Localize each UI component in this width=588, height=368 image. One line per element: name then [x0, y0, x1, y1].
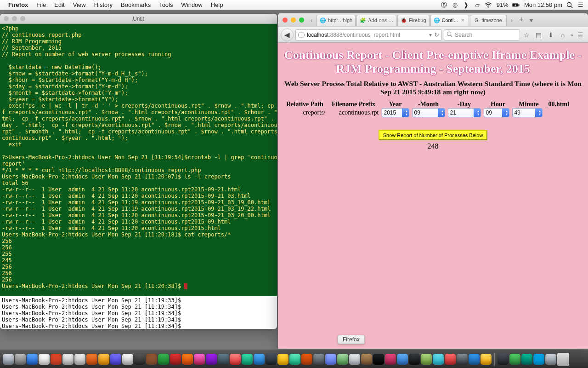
dock-app[interactable] — [3, 354, 14, 365]
tab-scroll-left-icon[interactable]: ‹ — [307, 17, 316, 24]
bookmark-star-icon[interactable]: ☆ — [522, 31, 532, 39]
dock-app[interactable] — [349, 354, 360, 365]
wifi-icon[interactable] — [485, 1, 492, 9]
dock-app[interactable] — [421, 354, 432, 365]
trash-icon[interactable] — [557, 353, 569, 366]
dock-app[interactable] — [194, 354, 205, 365]
dock-app[interactable] — [361, 354, 372, 365]
dock-app[interactable] — [182, 354, 193, 365]
site-identity-icon[interactable] — [298, 32, 305, 38]
dock-app[interactable] — [218, 354, 229, 365]
dock-app[interactable] — [445, 354, 456, 365]
menu-view[interactable]: View — [73, 1, 86, 8]
browser-tab[interactable]: 🌐Conti…× — [430, 15, 469, 26]
dock-app[interactable] — [509, 354, 520, 365]
home-icon[interactable]: ⌂ — [558, 31, 568, 39]
dock-app[interactable] — [409, 354, 420, 365]
terminal-session-bottom[interactable]: Users-MacBook-Pro-2:htdocs User Mon Sep … — [0, 296, 277, 329]
select-hour[interactable]: 09▴▾ — [484, 108, 509, 117]
dock-app[interactable] — [122, 354, 133, 365]
search-engine-icon[interactable] — [447, 31, 452, 39]
dock-app[interactable] — [158, 354, 169, 365]
minimize-button[interactable] — [291, 17, 296, 23]
search-bar[interactable]: Search — [444, 29, 520, 40]
dock-app[interactable] — [289, 354, 300, 365]
battery-percent[interactable]: 91% — [497, 1, 509, 8]
dock-app[interactable] — [469, 354, 480, 365]
dock-app[interactable] — [74, 354, 85, 365]
dock-app[interactable] — [337, 354, 348, 365]
dock-app[interactable] — [146, 354, 157, 365]
select-month[interactable]: 09▴▾ — [412, 108, 445, 117]
dock-app[interactable] — [533, 354, 544, 365]
terminal-titlebar[interactable]: Untit — [0, 14, 277, 24]
dock-app[interactable] — [230, 354, 241, 365]
downloads-icon[interactable]: ⬇ — [546, 31, 556, 39]
dock-app[interactable] — [481, 354, 492, 365]
airplay-icon[interactable]: ▱ — [474, 1, 481, 9]
menubar-app-name[interactable]: Firefox — [8, 1, 28, 8]
new-tab-button[interactable]: + — [516, 15, 526, 25]
dock-app[interactable] — [325, 354, 336, 365]
select-day[interactable]: 21▴▾ — [448, 108, 481, 117]
dock-app[interactable] — [170, 354, 181, 365]
menu-window[interactable]: Window — [181, 1, 203, 8]
select-year[interactable]: 2015▴▾ — [382, 108, 409, 117]
tab-close-icon[interactable]: × — [459, 17, 466, 23]
browser-tab[interactable]: Gtimezone. — [470, 15, 507, 26]
menubar-clock[interactable]: Mon 12:50 pm — [524, 1, 562, 8]
reload-icon[interactable]: ↻ — [434, 31, 439, 38]
menu-help[interactable]: Help — [211, 1, 223, 8]
dock-app[interactable] — [373, 354, 384, 365]
menu-file[interactable]: File — [36, 1, 46, 8]
dock-app[interactable] — [15, 354, 26, 365]
terminal-session-top[interactable]: <?php // continuous_report.php // RJM Pr… — [0, 24, 277, 296]
dock-app[interactable] — [254, 354, 265, 365]
show-report-button[interactable]: Show Report of Number of Processes Below — [379, 130, 488, 140]
reader-mode-icon[interactable]: ▤ — [534, 31, 544, 39]
browser-tab[interactable]: 🧩Add-ons … — [356, 15, 396, 26]
dock-app[interactable] — [433, 354, 444, 365]
zoom-button[interactable] — [299, 17, 304, 23]
back-button[interactable]: ◀ — [281, 29, 294, 41]
status-icon[interactable]: Ⓑ — [441, 1, 448, 9]
dock-app[interactable] — [385, 354, 396, 365]
status-icon[interactable]: ❱ — [463, 1, 470, 9]
url-bar[interactable]: localhost :8888/continuous_report.html ▾… — [295, 29, 442, 40]
browser-tab[interactable]: 🐞Firebug — [397, 15, 429, 26]
dock-app[interactable] — [206, 354, 217, 365]
all-tabs-icon[interactable]: ▾ — [526, 17, 537, 24]
dock-app[interactable] — [98, 354, 109, 365]
dock-app[interactable] — [313, 354, 324, 365]
dock-app[interactable] — [86, 354, 97, 365]
dock-app[interactable] — [545, 354, 556, 365]
dock-app[interactable] — [498, 354, 509, 365]
menu-history[interactable]: History — [94, 1, 113, 8]
browser-tab[interactable]: 🌐http:…high — [317, 15, 356, 26]
dock-app[interactable] — [277, 354, 288, 365]
dock-app[interactable] — [457, 354, 468, 365]
tab-scroll-right-icon[interactable]: › — [507, 17, 516, 24]
hamburger-menu-icon[interactable]: ☰ — [575, 31, 585, 39]
dock-app[interactable] — [39, 354, 50, 365]
dock-app[interactable] — [110, 354, 121, 365]
notification-center-icon[interactable]: ☰ — [577, 1, 584, 9]
dock-app[interactable] — [266, 354, 277, 365]
menu-tools[interactable]: Tools — [159, 1, 173, 8]
close-button[interactable] — [283, 17, 288, 23]
select-minute[interactable]: 49▴▾ — [512, 108, 543, 117]
dock-app[interactable] — [301, 354, 312, 365]
url-history-dropdown-icon[interactable]: ▾ — [429, 32, 432, 38]
toolbar-overflow-icon[interactable]: » — [571, 32, 573, 38]
dock-app[interactable] — [521, 354, 532, 365]
dock-app[interactable] — [397, 354, 408, 365]
spotlight-icon[interactable] — [566, 1, 573, 9]
battery-icon[interactable] — [512, 1, 520, 9]
menu-bookmarks[interactable]: Bookmarks — [121, 1, 151, 8]
dock-app[interactable] — [62, 354, 74, 365]
dock-app[interactable] — [242, 354, 253, 365]
menu-edit[interactable]: Edit — [54, 1, 64, 8]
status-icon[interactable]: ◎ — [452, 1, 459, 9]
dock-app[interactable] — [27, 354, 38, 365]
dock-app[interactable] — [134, 354, 145, 365]
